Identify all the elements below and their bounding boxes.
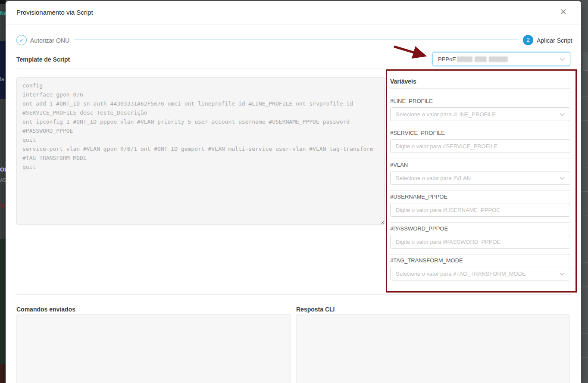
section-divider	[16, 294, 572, 295]
annotation-arrow	[387, 44, 437, 63]
cli-response-heading: Resposta CLI	[296, 306, 335, 313]
template-divider	[16, 69, 385, 69]
close-icon[interactable]: ✕	[560, 8, 567, 16]
background-text-a58: A58	[0, 177, 6, 183]
commands-sent-heading: Comandos enviados	[16, 306, 75, 313]
background-text-la: la	[0, 76, 4, 82]
step1-check-icon: ✓	[16, 35, 27, 45]
background-button-fragment	[583, 52, 588, 71]
redacted-text	[457, 56, 508, 62]
huawei-logo-icon	[0, 201, 6, 212]
stepper-connector-line	[74, 40, 519, 40]
modal-title: Provisionamento via Script	[16, 9, 93, 16]
script-template-textarea[interactable]: config interface gpon 0/6 ont add 1 #ONT…	[16, 77, 385, 225]
background-page-left-edge: Net la OL A58	[0, 0, 6, 383]
background-nav-text: Net	[0, 10, 6, 16]
annotation-rectangle	[386, 69, 577, 293]
background-maroon-block	[0, 364, 6, 383]
template-heading: Template de Script	[16, 56, 70, 63]
background-navy-block	[0, 41, 6, 99]
background-topbar	[0, 0, 6, 4]
background-text-ol: OL	[0, 166, 6, 173]
background-page-right-edge	[581, 0, 588, 383]
commands-sent-output	[16, 314, 291, 383]
step2-number-badge: 2	[523, 35, 533, 45]
cli-response-output	[296, 314, 570, 383]
background-green-block	[0, 239, 6, 364]
chevron-down-icon	[560, 55, 565, 63]
provisioning-modal: Provisionamento via Script ✕ ✓ Autorizar…	[6, 1, 581, 383]
header-divider	[6, 25, 581, 25]
script-template-select[interactable]: PPPoE	[432, 52, 570, 66]
step2-label: Aplicar Script	[537, 37, 572, 44]
background-table-rows	[581, 73, 588, 383]
step1-label: Autorizar ONU	[30, 37, 69, 44]
screen: { "window": { "title": "Provisionamento …	[0, 0, 588, 383]
script-select-value: PPPoE	[438, 56, 456, 62]
